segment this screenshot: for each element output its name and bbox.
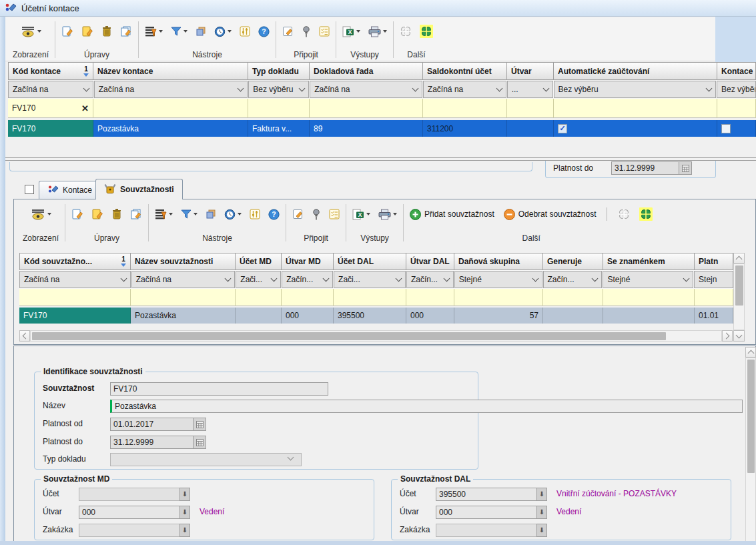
search-input[interactable]: [310, 99, 423, 118]
new-record-button[interactable]: [71, 208, 83, 220]
add-souvztaznost-button[interactable]: Přidat souvztažnost: [410, 209, 494, 220]
zakazka-dal-field[interactable]: [436, 524, 537, 537]
edit-record-button[interactable]: [91, 208, 103, 220]
filter-dropdown[interactable]: ...: [507, 81, 553, 98]
lookup-icon[interactable]: ⬇: [536, 506, 547, 519]
view-menu-button[interactable]: [31, 209, 51, 220]
zakazka-md-field[interactable]: [79, 524, 180, 537]
column-header-utvar[interactable]: Útvar: [507, 62, 554, 80]
scroll-up-button[interactable]: [733, 253, 745, 263]
filter-dropdown[interactable]: Začín...: [406, 271, 454, 288]
tab-souvztaznosti[interactable]: Souvztažnosti: [95, 179, 183, 199]
filter-dropdown[interactable]: Začíná na: [423, 81, 506, 98]
view-menu-button[interactable]: [21, 26, 41, 37]
settings-sliders-button[interactable]: [240, 26, 250, 37]
tab-kontace[interactable]: Kontace: [39, 181, 101, 199]
lookup-icon[interactable]: ⬇: [179, 524, 190, 537]
filter-dropdown[interactable]: Zači...: [236, 271, 281, 288]
tab-checkbox[interactable]: [25, 185, 34, 194]
checklist-button[interactable]: [319, 26, 330, 37]
history-button[interactable]: [224, 209, 242, 220]
filter-dropdown[interactable]: Zači...: [334, 271, 406, 288]
delete-record-button[interactable]: [111, 208, 122, 220]
search-input[interactable]: [603, 289, 695, 306]
column-header-nazev-kontace[interactable]: Název kontace: [93, 62, 248, 80]
note-button[interactable]: [282, 26, 294, 37]
search-input[interactable]: [554, 99, 717, 118]
column-header-automaticke-zauctovani[interactable]: Automatické zaúčtování: [554, 62, 717, 80]
clover-white-button[interactable]: [400, 25, 412, 37]
search-input[interactable]: [236, 289, 282, 306]
vertical-scrollbar-thumb[interactable]: [735, 265, 743, 306]
lookup-icon[interactable]: ⬇: [179, 506, 190, 519]
platnost-do-field[interactable]: 31.12.9999: [110, 436, 194, 449]
filter-dropdown[interactable]: Začín...: [543, 271, 603, 288]
ucet-md-field[interactable]: [79, 488, 180, 501]
calendar-icon[interactable]: [193, 436, 206, 449]
duplicate-button[interactable]: [206, 209, 216, 219]
clover-green-button[interactable]: [640, 208, 652, 220]
search-input[interactable]: [695, 289, 733, 306]
column-header-generuje[interactable]: Generuje: [543, 253, 603, 270]
search-input[interactable]: [334, 289, 406, 306]
scroll-right-button[interactable]: [722, 330, 733, 342]
vertical-scrollbar-track[interactable]: [733, 263, 745, 330]
platnost-do-field[interactable]: 31.12.9999: [611, 161, 679, 175]
search-input[interactable]: [543, 289, 603, 306]
delete-record-button[interactable]: [101, 25, 112, 37]
remove-souvztaznost-button[interactable]: Odebrat souvztažnost: [504, 209, 597, 220]
column-header-ucet-md[interactable]: Účet MD: [236, 253, 282, 270]
filter-dropdown[interactable]: Stejné: [603, 271, 693, 288]
search-input[interactable]: [454, 289, 543, 306]
search-input[interactable]: [717, 99, 756, 118]
excel-export-button[interactable]: X: [352, 209, 370, 220]
new-record-button[interactable]: [61, 25, 73, 37]
column-header-danova-skupina[interactable]: Daňová skupina: [454, 253, 543, 270]
calendar-icon[interactable]: [679, 161, 692, 175]
search-input[interactable]: [423, 99, 507, 118]
checkbox-checked-icon[interactable]: ✓: [558, 124, 567, 133]
filter-dropdown[interactable]: Začíná na: [8, 81, 93, 98]
settings-sliders-button[interactable]: [250, 209, 260, 219]
pin-button[interactable]: [312, 209, 321, 220]
utvar-md-field[interactable]: 000: [79, 506, 180, 519]
clover-green-button[interactable]: [420, 25, 432, 37]
filter-dropdown[interactable]: Bez výběru: [248, 81, 309, 98]
souvztaznost-field[interactable]: FV170: [110, 382, 328, 396]
filter-dropdown[interactable]: Stejn: [694, 271, 733, 288]
filter-dropdown[interactable]: Začíná na: [94, 81, 248, 98]
copy-record-button[interactable]: [130, 208, 142, 220]
column-header-se-znamenkem[interactable]: Se znaménkem: [603, 253, 695, 270]
pin-button[interactable]: [302, 26, 311, 37]
history-button[interactable]: [214, 26, 232, 37]
search-input[interactable]: [406, 289, 454, 306]
grid1-row-fv170[interactable]: FV170 Pozastávka Faktura v... 89 311200 …: [8, 120, 756, 137]
scroll-down-button[interactable]: [733, 330, 745, 342]
column-header-saldokontni-ucet[interactable]: Saldokontní účet: [423, 62, 507, 80]
horizontal-scrollbar-thumb[interactable]: [32, 332, 666, 340]
column-header-ucet-dal[interactable]: Účet DAL: [334, 253, 406, 270]
platnost-od-field[interactable]: 01.01.2017: [110, 418, 194, 431]
column-header-nazev-souvztaznosti[interactable]: Název souvztažnosti: [131, 253, 236, 270]
scroll-up-button[interactable]: [745, 347, 756, 358]
lookup-icon[interactable]: ⬇: [536, 488, 547, 501]
column-header-kod-souvztaznosti[interactable]: Kód souvztažno...1: [19, 253, 131, 270]
duplicate-button[interactable]: [196, 26, 206, 37]
vertical-scrollbar-track[interactable]: [745, 358, 756, 545]
vertical-scrollbar-thumb[interactable]: [747, 360, 755, 473]
checklist-button[interactable]: [329, 209, 340, 219]
edit-record-button[interactable]: [81, 25, 93, 37]
column-header-dokladova-rada[interactable]: Dokladová řada: [310, 62, 423, 80]
filter-dropdown[interactable]: Bez výběru: [717, 81, 756, 98]
clear-filter-icon[interactable]: ✕: [81, 103, 89, 113]
filter-dropdown[interactable]: Stejné: [454, 271, 542, 288]
copy-record-button[interactable]: [120, 25, 132, 37]
utvar-dal-field[interactable]: 000: [436, 506, 537, 519]
list-settings-button[interactable]: [155, 209, 173, 219]
search-input[interactable]: [131, 289, 236, 306]
filter-button[interactable]: [181, 209, 198, 219]
column-header-platnost[interactable]: Platn: [695, 253, 733, 270]
filter-dropdown[interactable]: Začíná na: [131, 271, 236, 288]
search-input[interactable]: [248, 99, 310, 118]
filter-dropdown[interactable]: Začíná na: [310, 81, 422, 98]
